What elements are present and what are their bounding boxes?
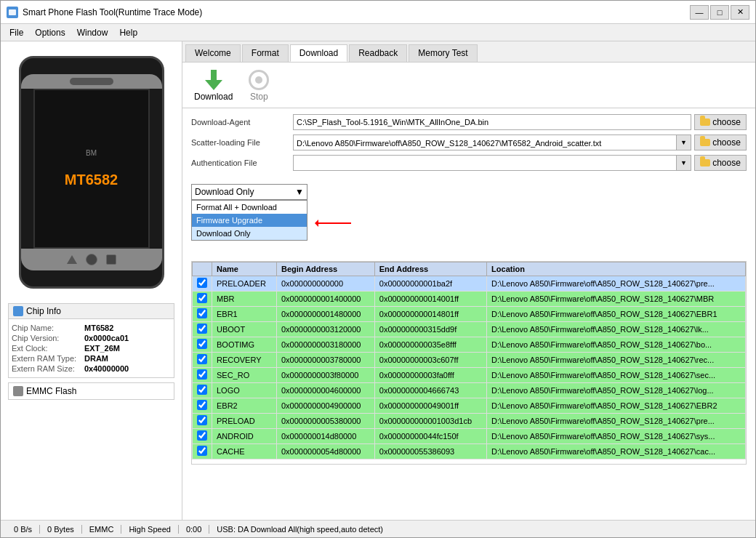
dropdown-option-0[interactable]: Format All + Download: [192, 201, 307, 214]
row-location-2: D:\Lenovo A850\Firmware\off\A850_ROW_S12…: [487, 307, 746, 322]
maximize-button[interactable]: □: [710, 5, 729, 20]
chip-info-grid: Chip Name: MT6582 Chip Version: 0x0000ca…: [9, 319, 174, 377]
col-name: Name: [212, 262, 277, 276]
row-location-4: D:\Lenovo A850\Firmware\off\A850_ROW_S12…: [487, 337, 746, 353]
row-location-5: D:\Lenovo A850\Firmware\off\A850_ROW_S12…: [487, 353, 746, 368]
scatter-loading-arrow[interactable]: ▼: [676, 135, 691, 150]
menu-options[interactable]: Options: [29, 26, 71, 39]
mode-dropdown-arrow: ▼: [295, 187, 304, 197]
minimize-button[interactable]: —: [690, 5, 709, 20]
stop-button[interactable]: Stop: [247, 68, 270, 102]
row-begin-4: 0x0000000003180000: [276, 337, 374, 353]
row-end-11: 0x000000055386093: [374, 444, 486, 459]
auth-file-choose[interactable]: choose: [694, 155, 747, 171]
chip-row-1: Chip Version: 0x0000ca01: [12, 334, 171, 342]
row-begin-8: 0x0000000004900000: [276, 398, 374, 414]
row-end-4: 0x000000000035e8fff: [374, 337, 486, 353]
mode-dropdown-area: Download Only ▼ Format All + Download Fi…: [191, 184, 747, 200]
tab-download[interactable]: Download: [290, 44, 347, 62]
chip-value-3: DRAM: [84, 354, 108, 363]
phone-speaker: [70, 78, 113, 85]
stop-circle: [249, 70, 269, 90]
app-icon: [7, 7, 18, 18]
row-checkbox-8[interactable]: [193, 398, 212, 414]
firmware-table: Name Begin Address End Address Location …: [192, 262, 746, 459]
download-agent-input[interactable]: [293, 114, 691, 130]
chip-label-2: Ext Clock:: [12, 344, 84, 353]
row-checkbox-11[interactable]: [193, 444, 212, 459]
menu-file[interactable]: File: [4, 26, 29, 39]
row-checkbox-6[interactable]: [193, 368, 212, 383]
right-panel: Welcome Format Download Readback Memory …: [182, 41, 755, 520]
row-begin-0: 0x000000000000: [276, 276, 374, 292]
menu-window[interactable]: Window: [71, 26, 114, 39]
menu-help[interactable]: Help: [113, 26, 143, 39]
auth-file-label: Authentication File: [191, 158, 293, 167]
row-end-3: 0x000000000315dd9f: [374, 322, 486, 337]
row-begin-1: 0x0000000001400000: [276, 292, 374, 307]
tab-memory-test[interactable]: Memory Test: [409, 44, 477, 62]
status-speed: 0 B/s: [7, 525, 40, 534]
row-checkbox-10[interactable]: [193, 429, 212, 444]
row-begin-3: 0x0000000003120000: [276, 322, 374, 337]
row-checkbox-3[interactable]: [193, 322, 212, 337]
download-icon: [202, 68, 225, 92]
auth-file-arrow[interactable]: ▼: [676, 156, 691, 170]
phone-menu-btn: [106, 254, 116, 265]
row-checkbox-4[interactable]: [193, 337, 212, 353]
download-button[interactable]: Download: [194, 68, 233, 102]
row-checkbox-7[interactable]: [193, 383, 212, 398]
table-row: CACHE 0x0000000054d80000 0x0000000553860…: [193, 444, 746, 459]
tab-readback[interactable]: Readback: [349, 44, 407, 62]
row-end-6: 0x00000000003fa0fff: [374, 368, 486, 383]
window-controls: — □ ✕: [690, 5, 749, 20]
row-location-0: D:\Lenovo A850\Firmware\off\A850_ROW_S12…: [487, 276, 746, 292]
folder-icon-1: [700, 139, 710, 146]
row-checkbox-2[interactable]: [193, 307, 212, 322]
download-agent-choose[interactable]: choose: [694, 114, 747, 130]
status-time: 0:00: [179, 525, 209, 534]
download-agent-label: Download-Agent: [191, 118, 293, 127]
folder-icon-2: [700, 159, 710, 166]
row-begin-11: 0x0000000054d80000: [276, 444, 374, 459]
dropdown-option-2[interactable]: Download Only: [192, 227, 307, 240]
phone-bottom: [21, 249, 162, 270]
tab-bar: Welcome Format Download Readback Memory …: [182, 41, 755, 63]
row-end-9: 0x000000000001003d1cb: [374, 414, 486, 429]
auth-file-select: ▼: [293, 155, 691, 171]
row-end-8: 0x000000000049001ff: [374, 398, 486, 414]
row-checkbox-9[interactable]: [193, 414, 212, 429]
row-location-3: D:\Lenovo A850\Firmware\off\A850_ROW_S12…: [487, 322, 746, 337]
choose-label-0: choose: [712, 117, 741, 127]
row-location-10: D:\Lenovo A850\Firmware\off\A850_ROW_S12…: [487, 429, 746, 444]
chip-label-3: Extern RAM Type:: [12, 354, 84, 363]
chip-row-3: Extern RAM Type: DRAM: [12, 354, 171, 363]
status-mode: High Speed: [121, 525, 179, 534]
phone-mockup: BM MT6582: [19, 56, 164, 289]
auth-file-value: [294, 156, 676, 170]
file-table[interactable]: Name Begin Address End Address Location …: [191, 261, 747, 465]
row-name-9: PRELOAD: [212, 414, 277, 429]
row-location-9: D:\Lenovo A850\Firmware\off\A850_ROW_S12…: [487, 414, 746, 429]
close-button[interactable]: ✕: [731, 5, 749, 20]
tab-welcome[interactable]: Welcome: [185, 44, 241, 62]
row-name-8: EBR2: [212, 398, 277, 414]
svg-marker-2: [315, 220, 318, 227]
chip-value-4: 0x40000000: [84, 364, 129, 373]
chip-label-4: Extern RAM Size:: [12, 364, 84, 373]
row-begin-7: 0x0000000004600000: [276, 383, 374, 398]
main-content: BM MT6582 Chip Info Chip: [1, 41, 755, 520]
scatter-loading-choose[interactable]: choose: [694, 134, 747, 150]
mode-dropdown[interactable]: Download Only ▼: [191, 184, 307, 200]
table-row: EBR2 0x0000000004900000 0x00000000004900…: [193, 398, 746, 414]
emmc-icon: [13, 386, 23, 396]
row-checkbox-1[interactable]: [193, 292, 212, 307]
phone-model: MT6582: [65, 172, 118, 188]
table-row: BOOTIMG 0x0000000003180000 0x00000000003…: [193, 337, 746, 353]
row-location-7: D:\Lenovo A850\Firmware\off\A850_ROW_S12…: [487, 383, 746, 398]
dropdown-option-1[interactable]: Firmware Upgrade: [192, 214, 307, 227]
row-checkbox-0[interactable]: [193, 276, 212, 292]
row-location-1: D:\Lenovo A850\Firmware\off\A850_ROW_S12…: [487, 292, 746, 307]
row-checkbox-5[interactable]: [193, 353, 212, 368]
tab-format[interactable]: Format: [242, 44, 289, 62]
